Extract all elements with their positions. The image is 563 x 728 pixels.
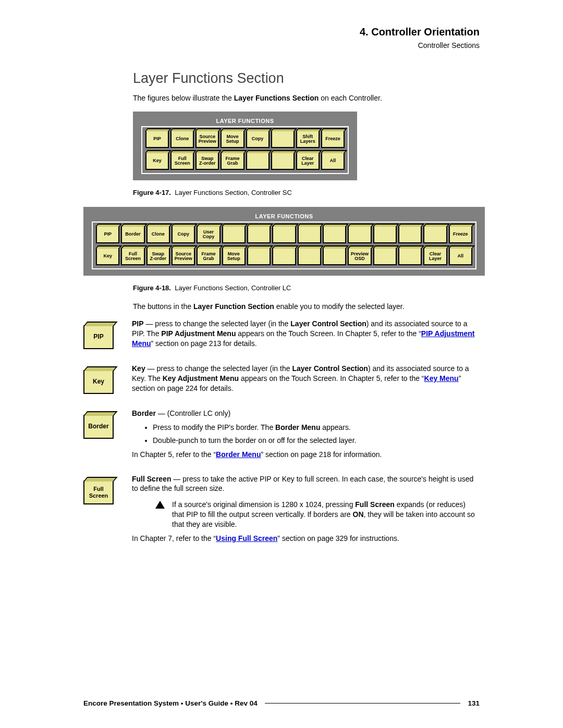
desc-border-row: Border Border — (Controller LC only) Pre…	[83, 409, 480, 460]
panel-key-shift-layers: ShiftLayers	[296, 130, 320, 148]
key-lead: Key	[132, 364, 145, 373]
panel-key-blank	[247, 248, 271, 265]
panel-key-copy: Copy	[246, 130, 270, 148]
fullscreen-key-icon: FullScreen	[83, 480, 114, 504]
panel-key-clone: Clone	[146, 226, 170, 243]
t: ON	[353, 510, 364, 519]
border-bullet-2: Double-punch to turn the border on or of…	[153, 436, 480, 446]
using-full-screen-link[interactable]: Using Full Screen	[216, 534, 277, 542]
triangle-icon	[155, 501, 165, 509]
panel-key-all: All	[449, 248, 472, 265]
border-key-label: Border	[88, 423, 108, 430]
fullscreen-note-text: If a source's original dimension is 1280…	[172, 500, 480, 529]
enable-bold: Layer Function Section	[193, 302, 274, 311]
panel-key-move-setup: MoveSetup	[221, 130, 244, 148]
panel-key-blank	[323, 226, 346, 243]
border-bullet-1: Press to modify the PIP's border. The Bo…	[153, 423, 480, 433]
section-heading: Layer Functions Section	[133, 70, 480, 87]
panel-key-blank	[398, 226, 422, 243]
figure-17-text: Layer Functions Section, Controller SC	[175, 189, 292, 196]
figure-18-caption: Figure 4-18. Layer Functions Section, Co…	[133, 284, 480, 292]
t: Layer Control Section	[290, 319, 366, 328]
figure-18-label: Figure 4-18.	[133, 284, 171, 292]
fullscreen-lead: Full Screen	[132, 475, 171, 483]
panel-key-blank	[272, 248, 296, 265]
key-key-icon: Key	[83, 370, 114, 394]
enable-prefix: The buttons in the	[133, 302, 193, 311]
panel-key-swap-z-order: SwapZ-order	[146, 248, 170, 265]
panel-key-frame-grab: FrameGrab	[221, 152, 244, 170]
enable-suffix: enable you to modify the selected layer.	[274, 302, 405, 311]
fullscreen-key-label: FullScreen	[89, 486, 108, 498]
pip-key-icon: PIP	[83, 325, 114, 349]
panel-key-source-preview: SourcePreview	[195, 130, 219, 148]
border-lead: Border	[132, 409, 156, 417]
panel-key-blank	[247, 226, 271, 243]
t: ” section on page 218 for information.	[261, 450, 382, 459]
panel-key-clear-layer: ClearLayer	[423, 248, 447, 265]
panel-key-blank	[272, 226, 296, 243]
panel-key-key: Key	[96, 248, 119, 265]
panel-key-blank	[271, 130, 295, 148]
figure-18-text: Layer Functions Section, Controller LC	[175, 284, 291, 292]
t: If a source's original dimension is 1280…	[172, 500, 355, 509]
panel-key-pip: PIP	[145, 130, 169, 148]
panel-key-frame-grab: FrameGrab	[197, 248, 220, 265]
page-header: 4. Controller Orientation Controller Sec…	[83, 26, 480, 50]
t: PIP Adjustment Menu	[161, 329, 236, 338]
layer-functions-panel-sc: LAYER FUNCTIONS PIPCloneSourcePreviewMov…	[133, 112, 357, 180]
panel-sc-row1: PIPCloneSourcePreviewMoveSetupCopyShiftL…	[145, 130, 345, 148]
panel-key-blank	[373, 248, 397, 265]
panel-key-blank	[298, 248, 321, 265]
border-after: In Chapter 5, refer to the “Border Menu”…	[132, 450, 480, 460]
t: In Chapter 7, refer to the “	[132, 534, 216, 542]
t: appears.	[320, 423, 350, 431]
panel-lc-row2: KeyFullScreenSwapZ-orderSourcePreviewFra…	[96, 248, 472, 265]
footer-rule	[265, 703, 461, 704]
t: — press to take the active PIP or Key to…	[132, 475, 473, 493]
border-menu-link[interactable]: Border Menu	[216, 450, 261, 459]
panel-lc-title: LAYER FUNCTIONS	[92, 213, 476, 219]
panel-key-freeze: Freeze	[321, 130, 345, 148]
key-desc-text: Key — press to change the selected layer…	[132, 364, 480, 393]
t: Key Adjustment Menu	[163, 374, 239, 382]
t: Border Menu	[275, 423, 320, 431]
fullscreen-after: In Chapter 7, refer to the “Using Full S…	[132, 534, 480, 544]
section-label: Controller Sections	[83, 41, 480, 50]
key-menu-link[interactable]: Key Menu	[424, 374, 459, 382]
panel-key-swap-z-order: SwapZ-order	[195, 152, 219, 170]
t: — press to change the selected layer (in…	[144, 319, 291, 328]
footer-text: Encore Presentation System • User's Guid…	[83, 699, 258, 707]
t: ” section on page 329 for instructions.	[277, 534, 399, 542]
panel-key-move-setup: MoveSetup	[222, 248, 246, 265]
layer-functions-panel-lc: LAYER FUNCTIONS PIPBorderCloneCopyUserCo…	[83, 207, 485, 276]
panel-key-pip: PIP	[96, 226, 119, 243]
t: In Chapter 5, refer to the “	[132, 450, 216, 459]
t: ” section on page 213 for details.	[151, 339, 257, 348]
panel-key-full-screen: FullScreen	[170, 152, 194, 170]
pip-key-label: PIP	[93, 334, 103, 340]
panel-key-key: Key	[145, 152, 169, 170]
panel-sc-row2: KeyFullScreenSwapZ-orderFrameGrabClearLa…	[145, 152, 345, 170]
intro-suffix: on each Controller.	[319, 94, 382, 102]
panel-key-blank	[348, 226, 371, 243]
fullscreen-desc-text: Full Screen — press to take the active P…	[132, 474, 480, 544]
t: Press to modify the PIP's border. The	[153, 423, 275, 431]
panel-key-blank	[373, 226, 397, 243]
fullscreen-note: If a source's original dimension is 1280…	[155, 500, 480, 529]
t: — (Controller LC only)	[156, 409, 230, 417]
desc-key-row: Key Key — press to change the selected l…	[83, 364, 480, 394]
panel-key-blank	[323, 248, 346, 265]
panel-key-copy: Copy	[172, 226, 195, 243]
panel-key-blank	[271, 152, 295, 170]
panel-lc-inner: PIPBorderCloneCopyUserCopyFreeze KeyFull…	[92, 221, 476, 269]
intro-bold: Layer Functions Section	[234, 94, 319, 102]
panel-key-blank	[398, 248, 422, 265]
panel-key-blank	[423, 226, 447, 243]
t: appears on the Touch Screen. In Chapter …	[239, 374, 424, 382]
panel-key-blank	[246, 152, 270, 170]
panel-lc-row1: PIPBorderCloneCopyUserCopyFreeze	[96, 226, 472, 243]
pip-lead: PIP	[132, 319, 144, 328]
intro-text: The figures below illustrate the Layer F…	[133, 94, 480, 102]
panel-sc-inner: PIPCloneSourcePreviewMoveSetupCopyShiftL…	[141, 126, 349, 174]
